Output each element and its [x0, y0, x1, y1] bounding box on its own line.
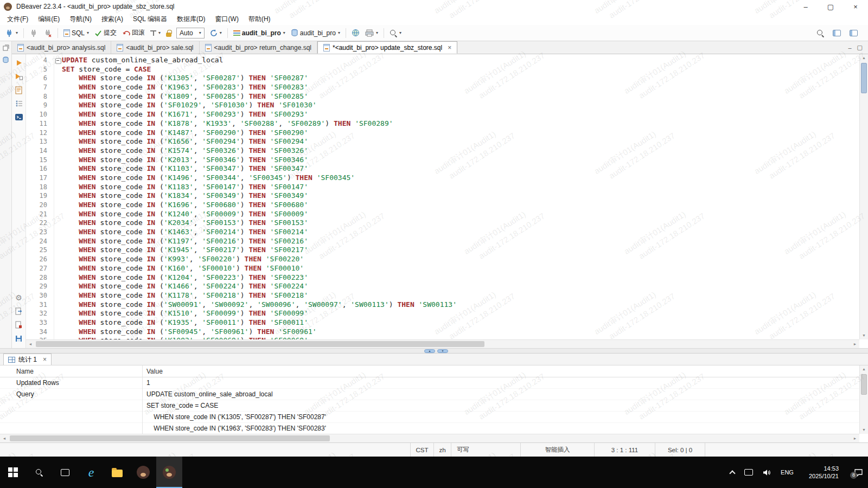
code-line[interactable]: 6 WHEN store_code IN ('K1305', 'SF00287'…	[26, 74, 859, 83]
database-navigator-button[interactable]	[2, 56, 9, 63]
scrollbar-thumb[interactable]	[36, 341, 484, 347]
scroll-right-icon[interactable]: ►	[851, 342, 859, 346]
export-data-button[interactable]: ▾	[363, 28, 380, 38]
quick-access-search-button[interactable]	[814, 28, 826, 38]
scrollbar-thumb[interactable]	[861, 374, 867, 395]
stats-row[interactable]: WHEN store_code IN ('K1963', 'SF00283') …	[0, 423, 859, 434]
window-minimize-button[interactable]: –	[793, 0, 818, 13]
panel-splitter[interactable]: ▲ ▼	[0, 348, 868, 354]
code-line[interactable]: 17 WHEN store_code IN ('K1496', 'SF00344…	[26, 174, 859, 183]
explain-plan-button[interactable]	[14, 99, 24, 108]
internet-explorer-button[interactable]: e	[78, 457, 104, 488]
save-script-button[interactable]	[14, 334, 24, 343]
code-line[interactable]: 34 WHEN store_code IN ('SF00945', 'SF009…	[26, 328, 859, 337]
transaction-log-button[interactable]: ▾	[207, 28, 224, 38]
editor-settings-button[interactable]: ⚙	[14, 293, 24, 302]
open-connection-button[interactable]: ▾	[3, 28, 20, 38]
language-indicator[interactable]: ENG	[776, 457, 799, 488]
code-line[interactable]: 11 WHEN store_code IN ('K1878', 'K1933',…	[26, 119, 859, 129]
menu-item[interactable]: 搜索(A)	[97, 15, 128, 24]
code-line[interactable]: 27 WHEN store_code IN ('K160', 'SF00010'…	[26, 264, 859, 273]
network-profile-button[interactable]	[349, 28, 362, 38]
pinned-app-button[interactable]	[130, 457, 156, 488]
menu-item[interactable]: 帮助(H)	[244, 15, 276, 24]
close-tab-icon[interactable]: ×	[43, 356, 47, 363]
code-line[interactable]: 33 WHEN store_code IN ('K1935', 'SF00011…	[26, 318, 859, 328]
code-line[interactable]: 23 WHEN store_code IN ('K1463', 'SF00214…	[26, 228, 859, 237]
database-selector[interactable]: audit_bi_pro ▾	[289, 28, 342, 38]
splitter-up-button[interactable]: ▲	[424, 349, 435, 353]
stats-row[interactable]: WHEN store_code IN ('K1305', 'SF00287') …	[0, 412, 859, 423]
scroll-down-icon[interactable]: ▼	[860, 332, 868, 339]
code-line[interactable]: 28 WHEN store_code IN ('K1204', 'SF00223…	[26, 273, 859, 282]
code-line[interactable]: 16 WHEN store_code IN ('K1103', 'SF00347…	[26, 164, 859, 174]
lock-button[interactable]	[164, 28, 174, 38]
code-line[interactable]: 31 WHEN store_code IN ('SW00091', 'SW000…	[26, 300, 859, 310]
maximize-panel-icon[interactable]: ▢	[857, 44, 863, 51]
code-line[interactable]: 9 WHEN store_code IN ('SF01029', 'SF0103…	[26, 101, 859, 110]
editor-horizontal-scrollbar[interactable]: ◄ ►	[26, 339, 859, 348]
column-header-value[interactable]: Value	[142, 368, 859, 375]
menu-item[interactable]: 文件(F)	[2, 15, 33, 24]
code-line[interactable]: 18 WHEN store_code IN ('K1183', 'SF00147…	[26, 183, 859, 192]
scrollbar-track[interactable]	[35, 340, 851, 348]
autocommit-select[interactable]: Auto ▾	[176, 28, 205, 38]
code-line[interactable]: 26 WHEN store_code IN ('K993', 'SF00220'…	[26, 255, 859, 264]
execute-new-tab-button[interactable]	[14, 72, 24, 81]
disconnect-button[interactable]	[41, 28, 54, 38]
code-line[interactable]: 12 WHEN store_code IN ('K1487', 'SF00290…	[26, 129, 859, 138]
scroll-left-icon[interactable]: ◄	[0, 436, 9, 440]
toggle-panel-button[interactable]	[831, 29, 843, 37]
script-log-button[interactable]	[14, 320, 24, 329]
stats-row[interactable]: QueryUPDATE custom_online_sale_abroad_lo…	[0, 389, 859, 400]
search-menu-button[interactable]: ▾	[387, 28, 404, 38]
task-view-button[interactable]	[52, 457, 78, 488]
results-horizontal-scrollbar[interactable]: ◄ ►	[0, 434, 859, 442]
open-console-button[interactable]	[14, 113, 24, 121]
action-center-button[interactable]: 8	[849, 457, 868, 488]
new-sql-editor-button[interactable]: SQL ▾	[61, 28, 91, 38]
reconnect-button[interactable]	[27, 28, 40, 38]
code-line[interactable]: 15 WHEN store_code IN ('K2013', 'SF00346…	[26, 156, 859, 165]
tray-expand-button[interactable]	[725, 457, 739, 488]
code-line[interactable]: 10 WHEN store_code IN ('K1671', 'SF00293…	[26, 110, 859, 119]
scroll-up-icon[interactable]: ▲	[860, 54, 868, 62]
minimize-panel-icon[interactable]: –	[848, 44, 851, 51]
code-line[interactable]: 24 WHEN store_code IN ('K1197', 'SF00216…	[26, 237, 859, 246]
start-button[interactable]	[0, 457, 26, 488]
scroll-left-icon[interactable]: ◄	[26, 342, 35, 346]
menu-item[interactable]: 数据库(D)	[172, 15, 210, 24]
execute-statement-button[interactable]	[14, 59, 24, 67]
commit-button[interactable]: 提交	[92, 27, 119, 38]
editor-tab[interactable]: <audit_bi_pro> return_change.sql	[200, 41, 317, 54]
window-maximize-button[interactable]: ▢	[818, 0, 843, 13]
code-line[interactable]: 19 WHEN store_code IN ('K1834', 'SF00349…	[26, 191, 859, 201]
file-explorer-button[interactable]	[104, 457, 130, 488]
code-line[interactable]: 29 WHEN store_code IN ('K1466', 'SF00224…	[26, 282, 859, 291]
close-tab-icon[interactable]: ×	[448, 44, 451, 52]
code-line[interactable]: 22 WHEN store_code IN ('K2034', 'SF00153…	[26, 219, 859, 228]
code-line[interactable]: 30 WHEN store_code IN ('K1178', 'SF00218…	[26, 291, 859, 300]
code-line[interactable]: 21 WHEN store_code IN ('K1240', 'SF00009…	[26, 210, 859, 219]
menu-item[interactable]: SQL 编辑器	[128, 15, 172, 24]
connection-selector[interactable]: audit_bi_pro ▾	[231, 28, 288, 38]
volume-button[interactable]	[758, 457, 776, 488]
touch-keyboard-button[interactable]	[739, 457, 758, 488]
fold-collapse-icon[interactable]	[54, 56, 62, 65]
code-line[interactable]: 25 WHEN store_code IN ('K1945', 'SF00217…	[26, 246, 859, 255]
code-line[interactable]: 32 WHEN store_code IN ('K1510', 'SF00099…	[26, 309, 859, 318]
code-line[interactable]: 13 WHEN store_code IN ('K1656', 'SF00294…	[26, 137, 859, 146]
taskbar-search-button[interactable]	[26, 457, 52, 488]
stats-row[interactable]: Updated Rows1	[0, 377, 859, 389]
scrollbar-thumb[interactable]	[861, 63, 867, 93]
execute-script-button[interactable]	[14, 86, 24, 94]
editor-tab[interactable]: <audit_bi_pro> analysis.sql	[12, 41, 111, 54]
code-line[interactable]: 5SET store_code = CASE	[26, 65, 859, 74]
editor-vertical-scrollbar[interactable]: ▲ ▼	[859, 54, 868, 339]
transaction-mode-button[interactable]: ▾	[148, 29, 163, 37]
clock[interactable]: 14:53 2025/10/21	[799, 457, 849, 488]
menu-item[interactable]: 编辑(E)	[33, 15, 65, 24]
code-line[interactable]: 4UPDATE custom_online_sale_abroad_local	[26, 56, 859, 65]
open-perspective-button[interactable]	[847, 29, 860, 37]
rollback-button[interactable]: 回滚	[120, 27, 147, 38]
